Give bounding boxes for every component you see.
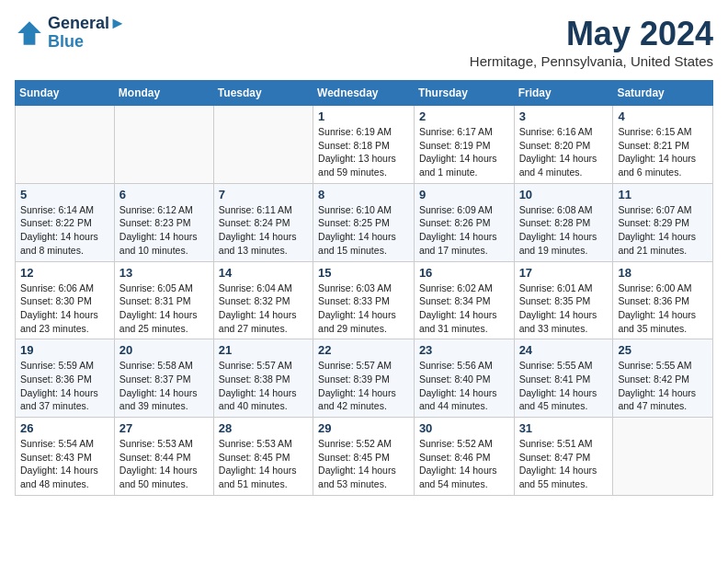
day-number: 9: [419, 188, 509, 201]
day-number: 6: [119, 188, 209, 201]
page-header: General► Blue May 2024 Hermitage, Pennsy…: [15, 15, 713, 69]
day-number: 31: [519, 421, 609, 435]
cell-content: Sunrise: 6:00 AMSunset: 8:36 PMDaylight:…: [618, 282, 708, 336]
calendar-cell: 6Sunrise: 6:12 AMSunset: 8:23 PMDaylight…: [114, 183, 213, 261]
day-number: 7: [219, 188, 308, 201]
day-number: 28: [219, 421, 308, 435]
day-number: 8: [318, 188, 409, 201]
day-number: 15: [318, 266, 409, 280]
day-number: 20: [119, 343, 209, 357]
cell-content: Sunrise: 6:02 AMSunset: 8:34 PMDaylight:…: [419, 282, 509, 336]
col-header-sunday: Sunday: [16, 81, 115, 106]
main-title: May 2024: [470, 15, 713, 53]
cell-content: Sunrise: 6:07 AMSunset: 8:29 PMDaylight:…: [618, 203, 708, 258]
calendar-cell: 10Sunrise: 6:08 AMSunset: 8:28 PMDayligh…: [514, 183, 613, 261]
cell-content: Sunrise: 6:16 AMSunset: 8:20 PMDaylight:…: [519, 125, 609, 179]
logo-text: General► Blue: [48, 15, 126, 52]
calendar-cell: [114, 106, 213, 184]
cell-content: Sunrise: 6:19 AMSunset: 8:18 PMDaylight:…: [318, 125, 409, 179]
day-number: 12: [20, 266, 109, 280]
calendar-cell: 29Sunrise: 5:52 AMSunset: 8:45 PMDayligh…: [313, 418, 415, 496]
calendar-week-2: 5Sunrise: 6:14 AMSunset: 8:22 PMDaylight…: [16, 183, 713, 261]
day-number: 29: [318, 421, 409, 435]
calendar-cell: 14Sunrise: 6:04 AMSunset: 8:32 PMDayligh…: [213, 261, 313, 339]
cell-content: Sunrise: 6:01 AMSunset: 8:35 PMDaylight:…: [519, 282, 609, 336]
calendar-cell: 3Sunrise: 6:16 AMSunset: 8:20 PMDaylight…: [514, 106, 613, 184]
cell-content: Sunrise: 6:15 AMSunset: 8:21 PMDaylight:…: [618, 125, 708, 179]
calendar-cell: 31Sunrise: 5:51 AMSunset: 8:47 PMDayligh…: [514, 418, 613, 496]
calendar-cell: 5Sunrise: 6:14 AMSunset: 8:22 PMDaylight…: [16, 183, 115, 261]
day-number: 26: [20, 421, 109, 435]
cell-content: Sunrise: 5:53 AMSunset: 8:45 PMDaylight:…: [219, 437, 308, 491]
calendar-cell: 7Sunrise: 6:11 AMSunset: 8:24 PMDaylight…: [213, 183, 313, 261]
calendar-cell: 13Sunrise: 6:05 AMSunset: 8:31 PMDayligh…: [114, 261, 213, 339]
cell-content: Sunrise: 5:54 AMSunset: 8:43 PMDaylight:…: [20, 437, 109, 491]
logo-icon: [15, 18, 44, 48]
subtitle: Hermitage, Pennsylvania, United States: [470, 53, 713, 69]
calendar-cell: [613, 418, 713, 496]
calendar-cell: 22Sunrise: 5:57 AMSunset: 8:39 PMDayligh…: [313, 339, 415, 418]
calendar-cell: 30Sunrise: 5:52 AMSunset: 8:46 PMDayligh…: [414, 418, 514, 496]
day-number: 24: [519, 343, 609, 357]
cell-content: Sunrise: 5:52 AMSunset: 8:45 PMDaylight:…: [318, 437, 409, 491]
day-number: 22: [318, 343, 409, 357]
cell-content: Sunrise: 5:52 AMSunset: 8:46 PMDaylight:…: [419, 437, 509, 491]
calendar-cell: 12Sunrise: 6:06 AMSunset: 8:30 PMDayligh…: [16, 261, 115, 339]
col-header-monday: Monday: [114, 81, 213, 106]
cell-content: Sunrise: 6:11 AMSunset: 8:24 PMDaylight:…: [219, 203, 308, 258]
day-number: 19: [20, 343, 109, 357]
day-number: 13: [119, 266, 209, 280]
calendar-cell: [16, 106, 115, 184]
calendar-cell: 26Sunrise: 5:54 AMSunset: 8:43 PMDayligh…: [16, 418, 115, 496]
day-number: 25: [618, 343, 708, 357]
cell-content: Sunrise: 6:05 AMSunset: 8:31 PMDaylight:…: [119, 282, 209, 336]
calendar-week-3: 12Sunrise: 6:06 AMSunset: 8:30 PMDayligh…: [16, 261, 713, 339]
cell-content: Sunrise: 6:06 AMSunset: 8:30 PMDaylight:…: [20, 282, 109, 336]
col-header-thursday: Thursday: [414, 81, 514, 106]
day-number: 5: [20, 188, 109, 201]
day-number: 21: [219, 343, 308, 357]
calendar-cell: 18Sunrise: 6:00 AMSunset: 8:36 PMDayligh…: [613, 261, 713, 339]
svg-marker-0: [17, 21, 41, 45]
day-number: 10: [519, 188, 609, 201]
col-header-saturday: Saturday: [613, 81, 713, 106]
title-block: May 2024 Hermitage, Pennsylvania, United…: [470, 15, 713, 69]
calendar-cell: 28Sunrise: 5:53 AMSunset: 8:45 PMDayligh…: [213, 418, 313, 496]
cell-content: Sunrise: 6:17 AMSunset: 8:19 PMDaylight:…: [419, 125, 509, 179]
cell-content: Sunrise: 5:53 AMSunset: 8:44 PMDaylight:…: [119, 437, 209, 491]
cell-content: Sunrise: 5:59 AMSunset: 8:36 PMDaylight:…: [20, 359, 109, 413]
cell-content: Sunrise: 6:03 AMSunset: 8:33 PMDaylight:…: [318, 282, 409, 336]
calendar-week-1: 1Sunrise: 6:19 AMSunset: 8:18 PMDaylight…: [16, 106, 713, 184]
day-number: 3: [519, 109, 609, 123]
calendar-cell: 9Sunrise: 6:09 AMSunset: 8:26 PMDaylight…: [414, 183, 514, 261]
day-number: 16: [419, 266, 509, 280]
calendar-cell: 11Sunrise: 6:07 AMSunset: 8:29 PMDayligh…: [613, 183, 713, 261]
cell-content: Sunrise: 6:10 AMSunset: 8:25 PMDaylight:…: [318, 203, 409, 258]
calendar-cell: 4Sunrise: 6:15 AMSunset: 8:21 PMDaylight…: [613, 106, 713, 184]
cell-content: Sunrise: 5:58 AMSunset: 8:37 PMDaylight:…: [119, 359, 209, 413]
calendar-header-row: SundayMondayTuesdayWednesdayThursdayFrid…: [16, 81, 713, 106]
logo: General► Blue: [15, 15, 126, 52]
col-header-wednesday: Wednesday: [313, 81, 415, 106]
cell-content: Sunrise: 6:09 AMSunset: 8:26 PMDaylight:…: [419, 203, 509, 258]
calendar-cell: 24Sunrise: 5:55 AMSunset: 8:41 PMDayligh…: [514, 339, 613, 418]
calendar-cell: 8Sunrise: 6:10 AMSunset: 8:25 PMDaylight…: [313, 183, 415, 261]
cell-content: Sunrise: 6:12 AMSunset: 8:23 PMDaylight:…: [119, 203, 209, 258]
day-number: 14: [219, 266, 308, 280]
day-number: 4: [618, 109, 708, 123]
cell-content: Sunrise: 5:55 AMSunset: 8:41 PMDaylight:…: [519, 359, 609, 413]
calendar-table: SundayMondayTuesdayWednesdayThursdayFrid…: [15, 80, 713, 496]
calendar-cell: 16Sunrise: 6:02 AMSunset: 8:34 PMDayligh…: [414, 261, 514, 339]
calendar-week-5: 26Sunrise: 5:54 AMSunset: 8:43 PMDayligh…: [16, 418, 713, 496]
day-number: 17: [519, 266, 609, 280]
calendar-cell: 2Sunrise: 6:17 AMSunset: 8:19 PMDaylight…: [414, 106, 514, 184]
calendar-cell: 15Sunrise: 6:03 AMSunset: 8:33 PMDayligh…: [313, 261, 415, 339]
calendar-week-4: 19Sunrise: 5:59 AMSunset: 8:36 PMDayligh…: [16, 339, 713, 418]
calendar-cell: 25Sunrise: 5:55 AMSunset: 8:42 PMDayligh…: [613, 339, 713, 418]
day-number: 27: [119, 421, 209, 435]
cell-content: Sunrise: 5:57 AMSunset: 8:39 PMDaylight:…: [318, 359, 409, 413]
cell-content: Sunrise: 5:57 AMSunset: 8:38 PMDaylight:…: [219, 359, 308, 413]
cell-content: Sunrise: 6:14 AMSunset: 8:22 PMDaylight:…: [20, 203, 109, 258]
col-header-friday: Friday: [514, 81, 613, 106]
day-number: 1: [318, 109, 409, 123]
